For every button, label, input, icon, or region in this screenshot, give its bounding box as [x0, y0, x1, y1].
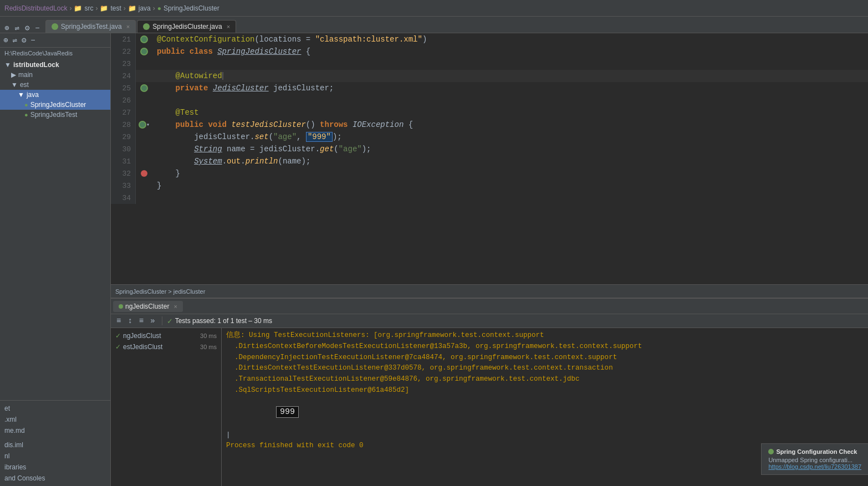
line-num-27: 27: [111, 106, 136, 119]
code-line-23: 23: [111, 58, 868, 70]
folder-java-arrow-icon: ▼: [18, 91, 24, 99]
bottom-tab-active[interactable]: ngJedisCluster ×: [113, 301, 183, 312]
test-check-icon-1: ✓: [115, 332, 121, 340]
test-time-2: 30 ms: [200, 344, 217, 350]
breadcrumb-java-label[interactable]: java: [139, 4, 151, 12]
console-line-result: 999: [226, 396, 864, 429]
breadcrumb-project[interactable]: RedisDistributedLock: [4, 4, 67, 12]
sidebar-item-springjedistest[interactable]: ● SpringJedisTest: [0, 110, 110, 120]
line-content-33: }: [152, 180, 868, 192]
line-content-29: jedisCluster.set("age", "999");: [152, 131, 868, 143]
test-time-1: 30 ms: [200, 332, 217, 339]
line-content-28: public void testJedisCluster() throws IO…: [152, 119, 868, 131]
tab-icon-2: [143, 23, 150, 30]
bottom-tab-close[interactable]: ×: [173, 303, 177, 310]
breadcrumb-test[interactable]: 📁: [100, 4, 108, 12]
sidebar-ibraries[interactable]: ibraries: [0, 462, 110, 473]
sidebar-icon-2[interactable]: ⇌: [12, 35, 17, 45]
sidebar-me-md[interactable]: me.md: [0, 425, 110, 436]
sidebar-and-consoles[interactable]: and Consoles: [0, 473, 110, 484]
line-content-22: public class SpringJedisCluster {: [152, 45, 868, 58]
code-line-25: 25 private JedisCluster jedisCluster;: [111, 82, 868, 94]
toolbar-icon-1[interactable]: ≡: [114, 315, 123, 326]
sidebar-xml[interactable]: .xml: [0, 414, 110, 425]
line-num-32: 32: [111, 167, 136, 180]
breadcrumb-bar: RedisDistributedLock › 📁 src › 📁 test › …: [0, 0, 868, 17]
sidebar-nl[interactable]: nl: [0, 451, 110, 462]
code-line-31: 31 System.out.println(name);: [111, 155, 868, 167]
tab-label-2: SpringJedisCluster.java: [152, 23, 222, 30]
sidebar: ⊕ ⇌ ⚙ − H:\RedisCode\JavaRedis ▼ istribu…: [0, 33, 111, 486]
gutter-25: [136, 82, 152, 94]
gutter-28: ▾: [136, 119, 152, 131]
line-num-28: 28: [111, 119, 136, 131]
sidebar-dis-iml[interactable]: dis.iml: [0, 439, 110, 451]
gutter-23: [136, 58, 152, 70]
gutter-arrow-28[interactable]: ▾: [146, 121, 150, 128]
split-icon[interactable]: ⇌: [14, 23, 19, 33]
bottom-panel: ngJedisCluster × ≡ ↕ ≡ » ✓ Tests passed:…: [111, 298, 868, 486]
sidebar-icon-1[interactable]: ⊕: [3, 35, 8, 45]
test-list-item-2[interactable]: ✓ estJedisClust 30 ms: [111, 341, 221, 352]
toolbar-sep: [162, 316, 162, 325]
sidebar-path: H:\RedisCode\JavaRedis: [0, 48, 110, 59]
minimize-icon[interactable]: −: [35, 24, 39, 33]
gutter-34: [136, 192, 152, 204]
breadcrumb-java[interactable]: 📁: [128, 4, 136, 12]
line-num-33: 33: [111, 180, 136, 192]
breadcrumb-test-label[interactable]: test: [110, 4, 121, 12]
breadcrumb-src-label[interactable]: src: [84, 4, 93, 12]
sidebar-item-springjediscluster[interactable]: ● SpringJedisCluster: [0, 100, 110, 110]
gutter-22: [136, 45, 152, 58]
code-lines: 21 @ContextConfiguration(locations = "cl…: [111, 33, 868, 284]
console-line-pipe: |: [226, 430, 864, 441]
check-icon: ✓: [167, 317, 173, 325]
code-editor[interactable]: 21 @ContextConfiguration(locations = "cl…: [111, 33, 868, 284]
breadcrumb-src[interactable]: 📁: [74, 4, 82, 12]
sidebar-icon-4[interactable]: −: [30, 36, 35, 45]
line-num-31: 31: [111, 155, 136, 167]
breadcrumb-class[interactable]: ●: [157, 4, 161, 12]
spring-notification[interactable]: Spring Configuration Check Unmapped Spri…: [761, 443, 868, 475]
line-content-24: @Autowired: [152, 70, 868, 82]
sidebar-icon-3[interactable]: ⚙: [22, 35, 26, 45]
sidebar-item-java[interactable]: ▼ java: [0, 90, 110, 100]
console-line-6: .SqlScriptsTestExecutionListener@61a485d…: [226, 385, 864, 396]
test-list-item-1[interactable]: ✓ ngJedisClust 30 ms: [111, 330, 221, 341]
sidebar-est-label: est: [20, 81, 29, 89]
sidebar-root-label: istributedLock: [13, 61, 59, 69]
sidebar-item-root[interactable]: ▼ istributedLock: [0, 60, 110, 70]
settings-icon[interactable]: ⚙: [25, 23, 29, 33]
gutter-27: [136, 106, 152, 119]
editor-breadcrumb: SpringJedisCluster > jedisCluster: [115, 288, 205, 295]
toolbar-icon-more[interactable]: »: [148, 315, 157, 326]
line-num-24: 24: [111, 70, 136, 82]
spring-notif-title: Spring Configuration Check: [768, 448, 861, 455]
line-content-25: private JedisCluster jedisCluster;: [152, 82, 868, 94]
sidebar-et[interactable]: et: [0, 403, 110, 414]
spring-notif-body: Unmapped Spring configurati...: [768, 457, 861, 463]
line-num-34: 34: [111, 192, 136, 204]
toolbar-icon-3[interactable]: ≡: [137, 315, 146, 326]
sidebar-item-main[interactable]: ▶ main: [0, 70, 110, 80]
line-content-26: [152, 94, 868, 106]
toolbar-icon-2[interactable]: ↕: [125, 315, 134, 326]
sidebar-toggle-icon[interactable]: ⊕: [4, 23, 9, 33]
sidebar-bottom: et .xml me.md dis.iml nl ibraries and Co…: [0, 400, 110, 486]
tab-springjediscluster[interactable]: SpringJedisCluster.java ×: [137, 20, 236, 33]
test-check-icon-2: ✓: [115, 343, 121, 351]
main-area: ⊕ ⇌ ⚙ − H:\RedisCode\JavaRedis ▼ istribu…: [0, 33, 868, 486]
code-line-33: 33 }: [111, 180, 868, 192]
gutter-30: [136, 143, 152, 155]
gutter-icon-21: [140, 35, 148, 43]
spring-notif-link[interactable]: https://blog.csdp.net/liu726301387: [768, 463, 861, 470]
result-box: 999: [276, 406, 299, 418]
console-line-2: .DirtiesContextBeforeModesTestExecutionL…: [226, 341, 864, 352]
line-content-23: [152, 58, 868, 70]
breadcrumb-class-label[interactable]: SpringJedisCluster: [164, 4, 219, 12]
code-line-22: 22 public class SpringJedisCluster {: [111, 45, 868, 58]
tab-close-1[interactable]: ×: [126, 23, 130, 30]
tab-springjedistest[interactable]: SpringJedisTest.java ×: [45, 20, 136, 33]
tab-close-2[interactable]: ×: [227, 23, 230, 30]
sidebar-item-est[interactable]: ▼ est: [0, 80, 110, 90]
